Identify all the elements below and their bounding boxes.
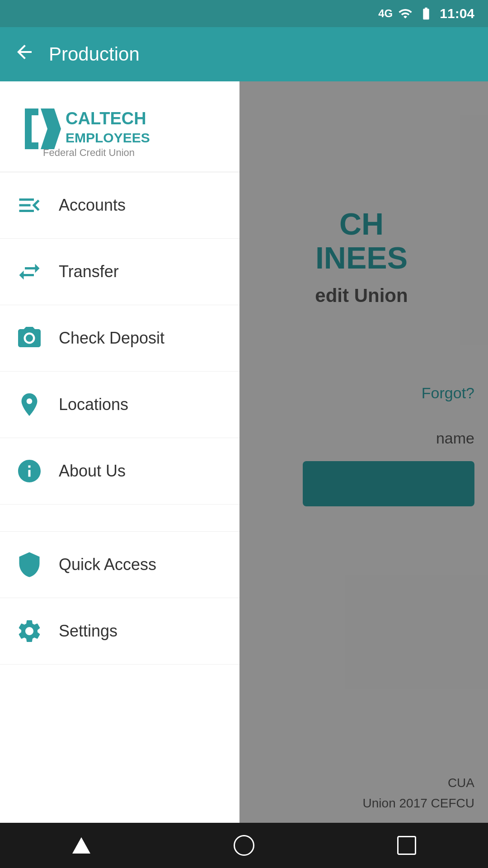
app-title: Production xyxy=(49,43,140,65)
back-button[interactable] xyxy=(14,41,35,68)
svg-text:CALTECH: CALTECH xyxy=(66,109,146,128)
nav-item-locations[interactable]: Locations xyxy=(0,372,239,438)
location-icon xyxy=(14,389,45,420)
back-nav-button[interactable] xyxy=(54,832,108,859)
transfer-label: Transfer xyxy=(59,262,119,281)
status-icons: 4G 11:04 xyxy=(378,6,474,21)
nav-drawer: CALTECH EMPLOYEES Federal Credit Union A… xyxy=(0,81,239,868)
recent-nav-icon xyxy=(397,836,416,855)
camera-icon xyxy=(14,322,45,354)
nav-item-settings[interactable]: Settings xyxy=(0,598,239,665)
network-icon: 4G xyxy=(378,7,393,20)
signal-icon xyxy=(398,6,413,21)
bottom-nav xyxy=(0,823,488,868)
drawer-overlay[interactable] xyxy=(239,81,488,868)
nav-spacer xyxy=(0,505,239,532)
nav-item-accounts[interactable]: Accounts xyxy=(0,172,239,239)
drawer-logo: CALTECH EMPLOYEES Federal Credit Union xyxy=(0,81,239,172)
status-time: 11:04 xyxy=(440,6,474,21)
accounts-label: Accounts xyxy=(59,196,126,215)
caltech-logo-svg: CALTECH EMPLOYEES Federal Credit Union xyxy=(16,99,224,158)
transfer-icon xyxy=(14,256,45,288)
svg-text:EMPLOYEES: EMPLOYEES xyxy=(66,130,150,145)
settings-icon xyxy=(14,615,45,647)
quick-access-label: Quick Access xyxy=(59,555,156,574)
svg-text:Federal Credit Union: Federal Credit Union xyxy=(43,147,135,158)
nav-item-about-us[interactable]: About Us xyxy=(0,438,239,505)
nav-item-transfer[interactable]: Transfer xyxy=(0,239,239,305)
info-icon xyxy=(14,455,45,487)
accounts-icon xyxy=(14,189,45,221)
locations-label: Locations xyxy=(59,395,128,414)
status-bar: 4G 11:04 xyxy=(0,0,488,27)
check-deposit-label: Check Deposit xyxy=(59,329,164,348)
settings-label: Settings xyxy=(59,622,117,641)
nav-item-quick-access[interactable]: Quick Access xyxy=(0,532,239,598)
recent-nav-button[interactable] xyxy=(380,832,434,859)
home-nav-button[interactable] xyxy=(217,832,271,859)
app-bar: Production xyxy=(0,27,488,81)
battery-icon xyxy=(418,6,434,21)
nav-item-check-deposit[interactable]: Check Deposit xyxy=(0,305,239,372)
shield-icon xyxy=(14,549,45,580)
back-nav-icon xyxy=(72,837,90,854)
about-us-label: About Us xyxy=(59,462,126,481)
home-nav-icon xyxy=(234,835,254,856)
